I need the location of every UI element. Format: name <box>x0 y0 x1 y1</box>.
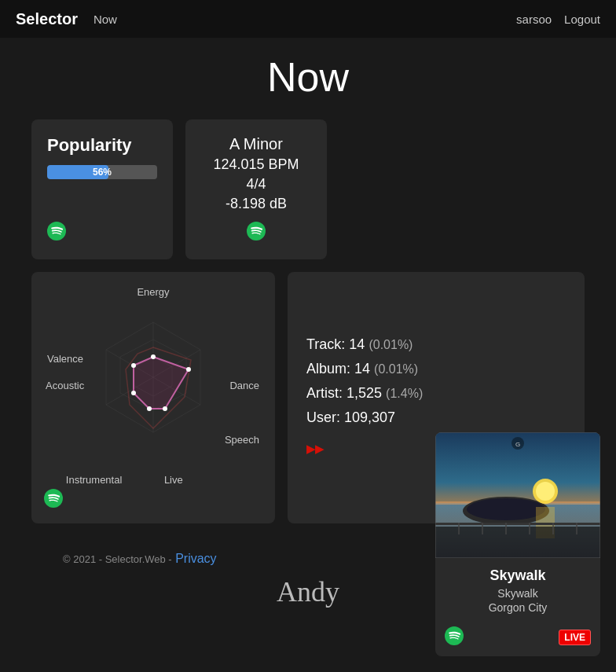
svg-rect-29 <box>435 523 600 525</box>
scrobble-artist-row: Artist: 1,525 (1.4%) <box>306 385 566 402</box>
popularity-title: Popularity <box>47 135 157 156</box>
radar-label-dance: Dance <box>229 380 259 391</box>
scrobble-artist-label: Artist: <box>306 385 343 401</box>
popularity-bar-label: 56% <box>93 167 112 178</box>
svg-rect-28 <box>435 527 600 558</box>
footer-privacy-link[interactable]: Privacy <box>175 552 216 565</box>
brand-logo: Selector <box>16 10 78 28</box>
svg-point-15 <box>147 406 152 411</box>
scrobble-track-row: Track: 14 (0.01%) <box>306 336 566 353</box>
svg-point-18 <box>44 489 63 508</box>
svg-point-1 <box>247 222 266 241</box>
scrobble-track-pct: (0.01%) <box>368 338 412 351</box>
radar-label-speech: Speech <box>225 434 259 446</box>
svg-text:G: G <box>515 441 520 448</box>
navbar-right: sarsoo Logout <box>516 13 600 26</box>
scrobble-user-row: User: 109,307 <box>306 409 566 426</box>
now-playing-card: G Skywalk Skywalk Gorgon City LIVE <box>435 432 600 656</box>
popularity-spotify-icon <box>47 222 157 244</box>
radar-label-instrumental: Instrumental <box>66 474 123 486</box>
radar-label-acoustic: Acoustic <box>46 380 84 391</box>
footer-copyright-text: © 2021 - Selector.Web - <box>63 553 172 565</box>
footer-signature: Andy <box>277 576 339 608</box>
cards-row1: Popularity 56% A Minor 124.015 BPM 4/4 <box>31 119 585 259</box>
music-time-sig: 4/4 <box>213 176 299 193</box>
popularity-bar-container: 56% <box>47 165 157 179</box>
scrobble-track-count: 14 <box>349 336 365 352</box>
logout-button[interactable]: Logout <box>564 13 600 26</box>
page-title: Now <box>31 53 585 101</box>
navbar: Selector Now sarsoo Logout <box>0 0 616 38</box>
svg-point-13 <box>186 367 191 372</box>
radar-label-live: Live <box>164 474 183 486</box>
navbar-username: sarsoo <box>516 13 552 26</box>
music-info-spotify-icon <box>247 222 266 244</box>
svg-point-39 <box>445 626 464 645</box>
now-playing-artist: Gorgon City <box>445 601 591 614</box>
svg-point-17 <box>131 363 136 368</box>
popularity-card: Popularity 56% <box>31 119 173 259</box>
svg-point-12 <box>151 354 156 359</box>
radar-spotify-icon <box>44 486 262 511</box>
radar-svg <box>75 307 232 464</box>
now-playing-album: Skywalk <box>445 587 591 600</box>
scrobble-artist-pct: (1.4%) <box>386 387 423 400</box>
radar-chart: Energy Dance Speech Live Instrumental Ac… <box>44 285 262 486</box>
now-playing-album-art: G <box>435 432 600 558</box>
live-badge: LIVE <box>559 630 591 645</box>
now-playing-footer: LIVE <box>435 626 600 656</box>
scrobble-album-label: Album: <box>306 361 350 376</box>
svg-point-26 <box>536 482 555 501</box>
svg-point-0 <box>47 222 66 241</box>
music-key: A Minor <box>213 135 299 153</box>
music-info-text: A Minor 124.015 BPM 4/4 -8.198 dB <box>213 135 299 222</box>
now-playing-title: Skywalk <box>445 567 591 584</box>
scrobble-track-label: Track: <box>306 336 345 352</box>
scrobble-album-row: Album: 14 (0.01%) <box>306 361 566 377</box>
radar-label-energy: Energy <box>137 286 169 298</box>
scrobble-artist-count: 1,525 <box>346 385 382 401</box>
music-info-card: A Minor 124.015 BPM 4/4 -8.198 dB <box>185 119 327 259</box>
svg-text:▶▶: ▶▶ <box>306 442 324 455</box>
radar-card: Energy Dance Speech Live Instrumental Ac… <box>31 272 275 523</box>
now-playing-spotify-icon <box>445 626 464 648</box>
music-loudness: -8.198 dB <box>213 196 299 212</box>
svg-point-16 <box>131 391 136 395</box>
now-playing-info: Skywalk Skywalk Gorgon City <box>435 558 600 626</box>
scrobble-album-pct: (0.01%) <box>374 362 418 376</box>
nav-now-link[interactable]: Now <box>94 13 117 26</box>
scrobble-user-count: 109,307 <box>344 409 395 425</box>
music-bpm: 124.015 BPM <box>213 156 299 173</box>
scrobble-user-label: User: <box>306 409 340 425</box>
radar-label-valence: Valence <box>47 353 83 365</box>
svg-point-24 <box>467 498 545 520</box>
scrobble-album-count: 14 <box>354 361 370 376</box>
svg-point-14 <box>163 406 167 411</box>
